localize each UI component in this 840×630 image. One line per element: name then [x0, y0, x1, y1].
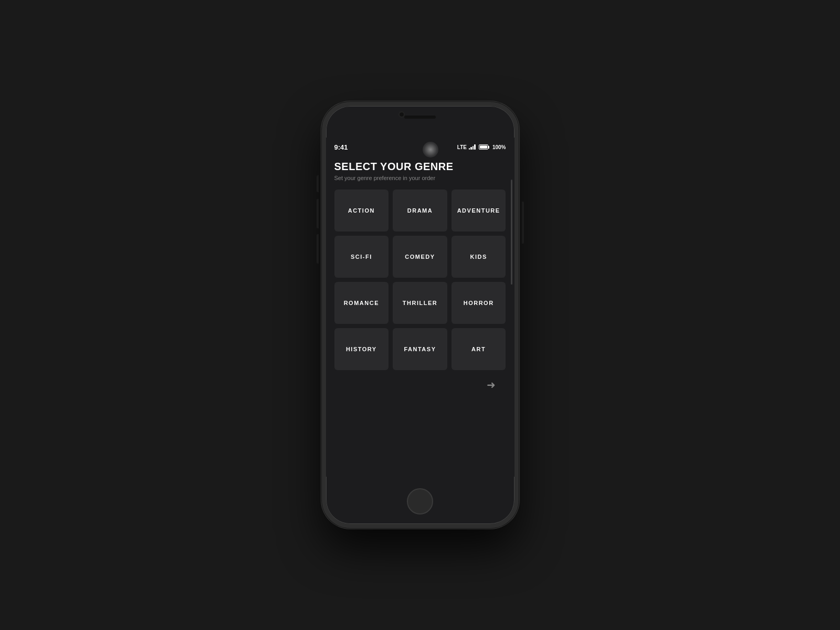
genre-btn-fantasy[interactable]: FANTASY [393, 328, 447, 370]
genre-btn-comedy[interactable]: COMEDY [393, 236, 447, 278]
battery-percentage: 100% [492, 144, 506, 150]
genre-label-history: HISTORY [346, 346, 377, 352]
genre-label-drama: DRAMA [407, 207, 433, 214]
next-arrow-button[interactable]: ➜ [487, 379, 496, 391]
genre-btn-history[interactable]: HISTORY [334, 328, 389, 370]
scroll-indicator [511, 180, 512, 285]
page-subtitle: Set your genre preference in your order [334, 175, 506, 181]
genre-label-horror: HORROR [464, 300, 494, 306]
page-title: SELECT YOUR GENRE [334, 161, 506, 173]
app-content: SELECT YOUR GENRE Set your genre prefere… [326, 154, 514, 396]
mute-button [317, 175, 319, 192]
power-button [522, 202, 524, 244]
lte-label: LTE [457, 144, 467, 150]
genre-btn-action[interactable]: ACTION [334, 190, 389, 232]
genre-label-action: ACTION [348, 207, 375, 214]
genre-btn-romance[interactable]: ROMANCE [334, 282, 389, 324]
genre-btn-horror[interactable]: HORROR [452, 282, 506, 324]
genre-btn-kids[interactable]: KIDS [452, 236, 506, 278]
genre-btn-drama[interactable]: DRAMA [393, 190, 447, 232]
phone-body: 9:41 LTE 100% [322, 102, 519, 528]
phone-screen: 9:41 LTE 100% [326, 138, 514, 477]
volume-down-button [317, 234, 319, 264]
battery-icon [479, 144, 489, 150]
genre-label-art: ART [471, 346, 486, 352]
volume-up-button [317, 199, 319, 228]
bottom-nav: ➜ [334, 370, 506, 396]
status-right-group: LTE 100% [457, 144, 506, 150]
genre-label-romance: ROMANCE [344, 300, 379, 306]
home-button[interactable] [407, 488, 433, 514]
genre-btn-scifi[interactable]: SCI-FI [334, 236, 389, 278]
genre-btn-thriller[interactable]: THRILLER [393, 282, 447, 324]
genre-label-adventure: ADVENTURE [457, 207, 500, 214]
genre-label-kids: KIDS [470, 254, 487, 260]
genre-btn-art[interactable]: ART [452, 328, 506, 370]
genre-label-comedy: COMEDY [405, 254, 435, 260]
genre-grid: ACTIONDRAMAADVENTURESCI-FICOMEDYKIDSROMA… [334, 190, 506, 370]
status-bar: 9:41 LTE 100% [326, 138, 514, 154]
signal-strength-icon [469, 144, 476, 150]
earpiece-speaker [404, 116, 436, 119]
status-time: 9:41 [334, 143, 348, 151]
genre-btn-adventure[interactable]: ADVENTURE [452, 190, 506, 232]
genre-label-thriller: THRILLER [403, 300, 437, 306]
genre-label-fantasy: FANTASY [404, 346, 436, 352]
genre-label-scifi: SCI-FI [351, 254, 372, 260]
phone-device: 9:41 LTE 100% [322, 102, 519, 528]
